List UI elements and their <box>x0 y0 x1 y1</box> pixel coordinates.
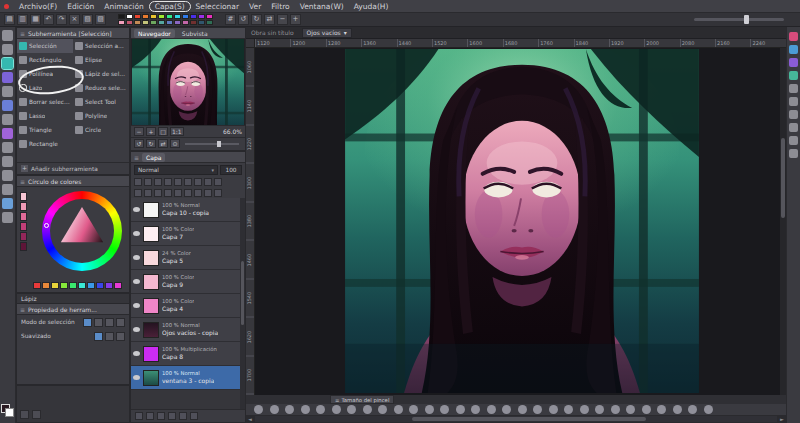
clear-icon[interactable]: × <box>69 14 80 25</box>
value-swatch-5[interactable] <box>20 242 27 251</box>
blend-tool-icon[interactable] <box>2 184 13 195</box>
zoom-out-icon[interactable]: − <box>277 14 288 25</box>
palette-icon[interactable] <box>164 189 172 197</box>
new-canvas-icon[interactable]: ▤ <box>4 14 15 25</box>
color-swatch-18[interactable] <box>166 20 173 25</box>
layer-thumbnail[interactable] <box>143 274 159 290</box>
layer-row-capa-9[interactable]: 100 % ColorCapa 9 <box>131 270 240 294</box>
eraser-tool-icon[interactable] <box>2 170 13 181</box>
brush-size-dot-21[interactable] <box>580 405 589 414</box>
subtool-rectangle[interactable]: Rectangle <box>17 137 73 151</box>
layer-mask-button[interactable] <box>179 412 187 420</box>
navigator-preview[interactable] <box>131 39 245 125</box>
layer-row-ventana-3-copia[interactable]: 100 % Normalventana 3 - copia <box>131 366 240 390</box>
brush-size-dot-11[interactable] <box>425 405 434 414</box>
color-swatch-2[interactable] <box>134 14 141 19</box>
fill-tool-icon[interactable] <box>2 198 13 209</box>
menu-archivo-f[interactable]: Archivo(F) <box>14 1 62 12</box>
color-swatch-7[interactable] <box>174 14 181 19</box>
value-swatch-4[interactable] <box>20 232 27 241</box>
color-swatch-9[interactable] <box>190 14 197 19</box>
select-all-icon[interactable]: ▧ <box>82 14 93 25</box>
merge-layer-button[interactable] <box>168 412 176 420</box>
value-swatch-1[interactable] <box>20 202 27 211</box>
open-file-icon[interactable]: ▥ <box>17 14 28 25</box>
search-icon[interactable] <box>194 189 202 197</box>
material-tab-monochrome[interactable] <box>789 45 798 54</box>
tab-capa[interactable]: Capa <box>142 153 165 162</box>
menu-filtro[interactable]: Filtro <box>266 1 294 12</box>
color-swatch-10[interactable] <box>198 14 205 19</box>
color-swatch-13[interactable] <box>126 20 133 25</box>
modo-de-selecci-n-option-2[interactable] <box>105 318 114 327</box>
brush-size-palette-tab[interactable]: ≡ Tamaño del pincel <box>330 395 394 404</box>
subtool-selecci-n-autom-tica[interactable]: Selección automática <box>73 39 129 53</box>
delete-layer-button[interactable] <box>190 412 198 420</box>
layer-thumbnail[interactable] <box>143 322 159 338</box>
brush-size-dot-2[interactable] <box>285 405 294 414</box>
color-swatch-15[interactable] <box>142 20 149 25</box>
decoration-tool-icon[interactable] <box>2 156 13 167</box>
tab-subvista[interactable]: Subvista <box>178 29 212 38</box>
brush-size-dot-3[interactable] <box>301 405 310 414</box>
tab-navegador[interactable]: Navegador <box>134 29 175 38</box>
color-swatch-16[interactable] <box>150 20 157 25</box>
brush-size-dot-19[interactable] <box>549 405 558 414</box>
effect-icon[interactable] <box>194 178 202 186</box>
brush-size-dot-6[interactable] <box>347 405 356 414</box>
color-swatch-21[interactable] <box>190 20 197 25</box>
airbrush-tool-icon[interactable] <box>2 142 13 153</box>
brush-size-dot-12[interactable] <box>440 405 449 414</box>
draft-icon[interactable] <box>154 189 162 197</box>
menu-ver[interactable]: Ver <box>244 1 266 12</box>
rotate-canvas-right-icon[interactable]: ↻ <box>251 14 262 25</box>
hue-swatch-3[interactable] <box>60 282 68 289</box>
visibility-eye-icon[interactable] <box>133 231 140 236</box>
layer-thumbnail[interactable] <box>143 298 159 314</box>
suavizado-option-2[interactable] <box>116 332 125 341</box>
duplicate-layer-button[interactable] <box>157 412 165 420</box>
layer-thumbnail[interactable] <box>143 370 159 386</box>
subtool-selecci-n[interactable]: Selección <box>17 39 73 53</box>
brush-size-dot-9[interactable] <box>394 405 403 414</box>
brush-size-dot-15[interactable] <box>487 405 496 414</box>
hue-swatch-0[interactable] <box>33 282 41 289</box>
brush-size-dot-10[interactable] <box>409 405 418 414</box>
color-swatch-17[interactable] <box>158 20 165 25</box>
zoom-out-button[interactable]: − <box>134 127 144 136</box>
color-swatch-6[interactable] <box>166 14 173 19</box>
ruler-icon[interactable] <box>184 178 192 186</box>
layer-row-ojos-vac-os-copia[interactable]: 100 % NormalOjos vacíos - copia <box>131 318 240 342</box>
material-tab-2[interactable] <box>789 97 798 106</box>
color-swatch-14[interactable] <box>134 20 141 25</box>
modo-de-selecci-n-option-0[interactable] <box>83 318 92 327</box>
material-tab-3[interactable] <box>789 110 798 119</box>
text-tool-icon[interactable] <box>2 212 13 223</box>
material-tab-4[interactable] <box>789 123 798 132</box>
clip-icon[interactable] <box>144 178 152 186</box>
visibility-eye-icon[interactable] <box>133 327 140 332</box>
actual-size-button[interactable]: 1:1 <box>170 127 184 136</box>
layer-row-capa-7[interactable]: 100 % ColorCapa 7 <box>131 222 240 246</box>
folder-view-icon[interactable] <box>204 178 212 186</box>
pin-icon[interactable] <box>144 189 152 197</box>
combine-icon[interactable] <box>134 178 142 186</box>
hue-swatch-6[interactable] <box>87 282 95 289</box>
zoom-in-icon[interactable]: + <box>290 14 301 25</box>
horizontal-scroll-thumb[interactable] <box>412 417 647 421</box>
color-swatch-19[interactable] <box>174 20 181 25</box>
subtool-l-piz-de-selecci-n[interactable]: Lápiz de selección <box>73 67 129 81</box>
subtool-circle[interactable]: Circle <box>73 123 129 137</box>
brush-size-dot-0[interactable] <box>254 405 263 414</box>
new-layer-button[interactable] <box>135 412 143 420</box>
hue-swatch-8[interactable] <box>105 282 113 289</box>
mask-icon[interactable] <box>174 178 182 186</box>
expand-palette-icon[interactable] <box>32 410 41 419</box>
layer-list-scrollbar[interactable] <box>240 198 245 409</box>
value-swatch-3[interactable] <box>20 222 27 231</box>
settings-icon[interactable] <box>214 178 222 186</box>
hue-swatch-9[interactable] <box>114 282 122 289</box>
panel-menu-icon[interactable]: ≡ <box>20 178 25 185</box>
rotate-right-button[interactable]: ↻ <box>146 139 156 148</box>
panel-menu-icon[interactable]: ≡ <box>20 30 25 37</box>
